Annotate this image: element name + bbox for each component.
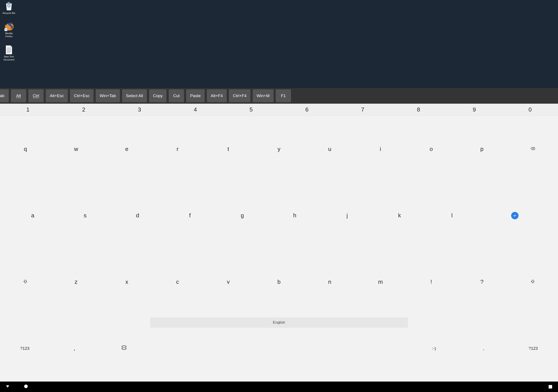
key-m[interactable]: m — [355, 249, 406, 315]
shortcut-key-ctrl-esc[interactable]: Ctrl+Esc — [70, 89, 94, 102]
android-nav-bar — [0, 382, 558, 392]
shortcut-key-copy[interactable]: Copy — [149, 89, 166, 102]
key-question[interactable]: ? — [457, 249, 507, 315]
key-9[interactable]: 9 — [446, 104, 502, 116]
key-o[interactable]: o — [406, 116, 457, 182]
key-shift-left[interactable] — [0, 249, 51, 315]
key-8[interactable]: 8 — [391, 104, 446, 116]
shortcut-key-cut[interactable]: Cut — [169, 89, 184, 102]
shortcut-key-win-m[interactable]: Win+M — [253, 89, 274, 102]
shortcut-key-paste[interactable]: Paste — [186, 89, 205, 102]
key-symbols-left[interactable]: ?123 — [0, 315, 50, 382]
desktop-icon-label: Mozilla Firefox — [1, 32, 17, 38]
key-r[interactable]: r — [152, 116, 203, 182]
nav-home-button[interactable] — [24, 384, 28, 389]
key-g[interactable]: g — [216, 182, 269, 249]
nav-recents-button[interactable] — [548, 384, 553, 389]
key-y[interactable]: y — [254, 116, 305, 182]
key-backspace[interactable] — [507, 116, 558, 182]
shift-icon — [23, 279, 28, 285]
key-d[interactable]: d — [111, 182, 164, 249]
key-3[interactable]: 3 — [112, 104, 167, 116]
text-document-icon — [4, 45, 14, 54]
recycle-bin-icon — [4, 2, 14, 11]
soft-keyboard: 1 2 3 4 5 6 7 8 9 0 q w e r t y u i o p … — [0, 104, 558, 382]
key-enter[interactable] — [478, 182, 552, 249]
shortcut-key-alt-esc[interactable]: Alt+Esc — [46, 89, 68, 102]
enter-icon — [511, 212, 519, 219]
globe-icon — [122, 345, 127, 352]
key-k[interactable]: k — [373, 182, 426, 249]
key-language[interactable] — [99, 315, 149, 382]
shortcut-key-ctrl[interactable]: Ctrl — [28, 89, 44, 102]
shortcut-key-f1[interactable]: F1 — [276, 89, 291, 102]
shortcut-key-alt[interactable]: Alt — [11, 89, 26, 102]
shift-icon — [530, 279, 535, 285]
key-e[interactable]: e — [101, 116, 152, 182]
key-4[interactable]: 4 — [167, 104, 223, 116]
remote-desktop[interactable]: Recycle Bin Mozilla Firefox — [0, 0, 558, 88]
nav-back-button[interactable] — [5, 384, 10, 389]
shortcut-key-win-tab[interactable]: Win+Tab — [96, 89, 120, 102]
shortcut-key-select-all[interactable]: Select All — [122, 89, 147, 102]
key-z[interactable]: z — [51, 249, 102, 315]
key-7[interactable]: 7 — [335, 104, 391, 116]
desktop-icon-label: New Text Document — [1, 55, 17, 61]
keyboard-row-3: z x c v b n m ! ? — [0, 249, 558, 315]
circle-icon — [24, 384, 28, 390]
square-icon — [549, 385, 552, 389]
key-t[interactable]: t — [203, 116, 254, 182]
key-i[interactable]: i — [355, 116, 406, 182]
key-period[interactable]: . — [459, 315, 508, 382]
shortcut-key-bar[interactable]: Tab Alt Ctrl Alt+Esc Ctrl+Esc Win+Tab Se… — [0, 88, 558, 104]
key-n[interactable]: n — [304, 249, 355, 315]
backspace-icon — [530, 146, 535, 153]
key-p[interactable]: p — [457, 116, 507, 182]
key-v[interactable]: v — [203, 249, 254, 315]
key-f[interactable]: f — [164, 182, 216, 249]
key-w[interactable]: w — [51, 116, 102, 182]
key-2[interactable]: 2 — [56, 104, 112, 116]
desktop-icons: Recycle Bin Mozilla Firefox — [0, 2, 17, 61]
key-c[interactable]: c — [152, 249, 203, 315]
key-b[interactable]: b — [254, 249, 305, 315]
keyboard-number-row: 1 2 3 4 5 6 7 8 9 0 — [0, 104, 558, 116]
firefox-icon — [4, 22, 14, 31]
key-x[interactable]: x — [101, 249, 152, 315]
key-5[interactable]: 5 — [223, 104, 279, 116]
desktop-icon-recycle-bin[interactable]: Recycle Bin — [1, 2, 17, 15]
key-shift-right[interactable] — [507, 249, 558, 315]
desktop-icon-label: Recycle Bin — [3, 12, 15, 15]
nav-left-group — [5, 384, 28, 389]
key-q[interactable]: q — [0, 116, 51, 182]
key-l[interactable]: l — [426, 182, 478, 249]
shortcut-key-ctrl-f4[interactable]: Ctrl+F4 — [229, 89, 251, 102]
key-emoji[interactable]: :-) — [409, 315, 459, 382]
key-exclaim[interactable]: ! — [406, 249, 457, 315]
key-6[interactable]: 6 — [279, 104, 335, 116]
shortcut-key-tab[interactable]: Tab — [0, 89, 9, 102]
desktop-icon-text-document[interactable]: New Text Document — [1, 45, 17, 61]
key-u[interactable]: u — [304, 116, 355, 182]
key-j[interactable]: j — [321, 182, 373, 249]
key-1[interactable]: 1 — [0, 104, 56, 116]
key-h[interactable]: h — [269, 182, 321, 249]
triangle-down-icon — [5, 384, 10, 390]
shortcut-overlay-icon — [4, 28, 7, 31]
key-a[interactable]: a — [7, 182, 59, 249]
desktop-icon-firefox[interactable]: Mozilla Firefox — [1, 22, 17, 38]
key-s[interactable]: s — [59, 182, 111, 249]
keyboard-row-4: ?123 , English :-) . ?123 — [0, 315, 558, 382]
key-comma[interactable]: , — [50, 315, 99, 382]
key-space[interactable]: English — [150, 317, 408, 328]
keyboard-row-1: q w e r t y u i o p — [0, 116, 558, 182]
key-symbols-right[interactable]: ?123 — [508, 315, 558, 382]
shortcut-key-alt-f4[interactable]: Alt+F4 — [207, 89, 227, 102]
keyboard-row-2: a s d f g h j k l — [0, 182, 558, 249]
svg-point-11 — [24, 385, 28, 388]
key-0[interactable]: 0 — [502, 104, 558, 116]
